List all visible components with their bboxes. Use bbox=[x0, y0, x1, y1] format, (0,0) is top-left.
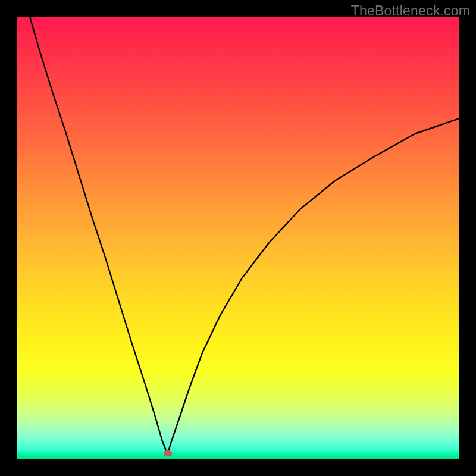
watermark-text: TheBottleneck.com bbox=[351, 3, 470, 19]
plot-area bbox=[17, 17, 459, 459]
curve-path bbox=[30, 17, 459, 453]
bottleneck-curve bbox=[17, 17, 459, 459]
optimal-point-marker bbox=[164, 450, 172, 456]
chart-frame: TheBottleneck.com bbox=[0, 0, 476, 476]
